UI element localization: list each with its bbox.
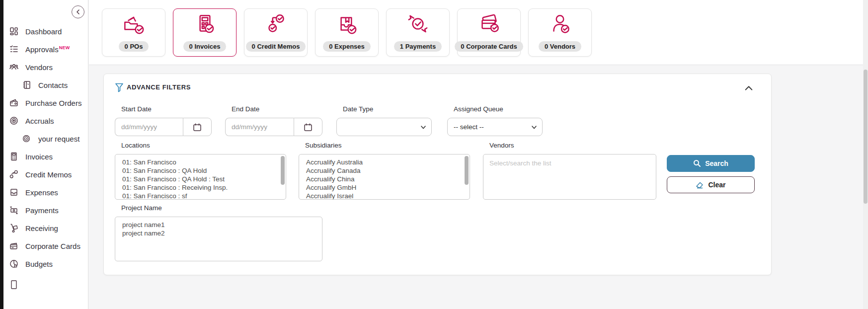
clear-button-label: Clear	[708, 181, 725, 189]
end-date-calendar-button[interactable]	[294, 118, 322, 136]
sidebar-item-label: Accruals	[25, 117, 54, 125]
project-option[interactable]: project name1	[115, 221, 322, 229]
date-type-select[interactable]	[336, 118, 432, 136]
page-scrollbar[interactable]	[863, 0, 868, 309]
project-name-label: Project Name	[121, 204, 162, 212]
sidebar-collapse-button[interactable]	[72, 5, 84, 18]
calendar-icon	[192, 122, 202, 132]
card-label: 0 Invoices	[183, 41, 227, 52]
vendors-icon	[9, 62, 19, 72]
start-date-group	[115, 118, 212, 136]
sidebar-item-label: ApprovalsNEW	[25, 45, 70, 54]
card-label: 0 Expenses	[323, 41, 371, 52]
chevron-left-icon	[75, 9, 81, 15]
sidebar: Dashboard ApprovalsNEW Vendors Contacts …	[0, 0, 88, 309]
corporate-cards-card-icon	[475, 13, 502, 39]
sidebar-item-dashboard[interactable]: Dashboard	[0, 22, 88, 40]
vendors-card-icon	[547, 13, 573, 39]
expenses-card-icon	[333, 13, 360, 39]
sidebar-item-purchase-orders[interactable]: Purchase Orders	[0, 94, 88, 112]
payments-icon	[9, 205, 19, 215]
subsidiaries-scrollbar[interactable]	[465, 156, 469, 185]
sidebar-item-label: Receiving	[25, 224, 58, 232]
card-label: 0 POs	[119, 41, 149, 52]
assigned-queue-select[interactable]: -- select --	[447, 118, 543, 136]
chevron-down-icon	[531, 124, 537, 132]
location-option[interactable]: 01: San Francisco	[115, 158, 286, 166]
page-scrollbar-thumb[interactable]	[864, 70, 868, 204]
corporate-cards-icon	[9, 241, 19, 251]
budgets-icon	[9, 259, 19, 269]
contacts-icon	[22, 80, 32, 90]
location-option[interactable]: 01: San Francisco : QA Hold : Test	[115, 175, 286, 183]
sidebar-item-your-request[interactable]: your request	[0, 130, 88, 148]
card-expenses[interactable]: 0 Expenses	[315, 8, 379, 57]
sidebar-item-payments[interactable]: Payments	[0, 201, 88, 219]
panel-collapse-button[interactable]	[743, 82, 755, 94]
locations-listbox[interactable]: 01: San Francisco 01: San Francisco : QA…	[115, 154, 286, 200]
card-corporate-cards[interactable]: 0 Corporate Cards	[457, 8, 521, 57]
card-label: 0 Credit Memos	[246, 41, 306, 52]
subsidiary-option[interactable]: Accrualify Canada	[299, 166, 470, 175]
sidebar-item-approvals[interactable]: ApprovalsNEW	[0, 40, 88, 58]
card-vendors[interactable]: 0 Vendors	[528, 8, 592, 57]
sidebar-item-credit-memos[interactable]: Credit Memos	[0, 165, 88, 183]
expenses-icon	[9, 187, 19, 197]
sidebar-item-expenses[interactable]: Expenses	[0, 183, 88, 201]
sidebar-item-label: Expenses	[25, 188, 58, 197]
card-pos[interactable]: 0 POs	[102, 8, 165, 57]
sidebar-item-partial[interactable]	[0, 273, 88, 291]
card-credit-memos[interactable]: 0 Credit Memos	[244, 8, 308, 57]
purchase-orders-icon	[9, 98, 19, 108]
subsidiary-option[interactable]: Accrualify China	[299, 175, 470, 183]
location-option[interactable]: 01: San Francisco : sf	[115, 192, 286, 200]
project-name-listbox[interactable]: project name1 project name2	[115, 217, 322, 261]
sidebar-item-label: Invoices	[25, 153, 53, 161]
subsidiary-option[interactable]: Accrualify Israel	[299, 192, 470, 200]
summary-cards-row: 0 POs 0 Invoices 0 Credit Memos 0 Expens…	[102, 8, 592, 57]
card-invoices[interactable]: 0 Invoices	[173, 8, 237, 57]
subsidiaries-listbox[interactable]: Accrualify Australia Accrualify Canada A…	[299, 154, 470, 200]
sidebar-item-label: your request	[38, 135, 79, 143]
search-button[interactable]: Search	[667, 155, 755, 172]
invoices-card-icon	[191, 13, 218, 39]
clear-button[interactable]: Clear	[667, 176, 755, 193]
filter-funnel-icon	[115, 82, 124, 94]
subsidiary-option[interactable]: Accrualify Australia	[299, 158, 470, 166]
subsidiaries-label: Subsidiaries	[305, 142, 342, 149]
date-type-label: Date Type	[343, 105, 373, 113]
location-option[interactable]: 01: San Francisco : QA Hold	[115, 166, 286, 175]
subsidiary-option[interactable]: Accrualify GmbH	[299, 183, 470, 192]
sidebar-item-label: Purchase Orders	[25, 99, 81, 107]
locations-scrollbar[interactable]	[281, 156, 285, 185]
sidebar-item-budgets[interactable]: Budgets	[0, 255, 88, 273]
end-date-label: End Date	[232, 105, 259, 113]
location-option[interactable]: 01: San Francisco : Receiving Insp.	[115, 183, 286, 192]
sidebar-item-contacts[interactable]: Contacts	[0, 76, 88, 94]
search-button-label: Search	[705, 159, 728, 167]
accrual-request-icon	[22, 134, 32, 144]
approvals-icon	[9, 44, 19, 54]
end-date-input[interactable]	[225, 118, 294, 136]
start-date-calendar-button[interactable]	[183, 118, 212, 136]
advance-filters-panel: ADVANCE FILTERS Start Date End Date Date…	[103, 74, 772, 275]
search-icon	[693, 159, 701, 167]
sidebar-item-corporate-cards[interactable]: Corporate Cards	[0, 237, 88, 255]
sidebar-item-vendors[interactable]: Vendors	[0, 58, 88, 76]
locations-label: Locations	[121, 142, 150, 149]
sidebar-item-receiving[interactable]: Receiving	[0, 219, 88, 237]
sidebar-item-label: Payments	[25, 206, 59, 215]
sidebar-item-label: Dashboard	[25, 27, 62, 36]
assigned-queue-label: Assigned Queue	[454, 105, 503, 113]
chevron-up-icon	[744, 84, 753, 91]
start-date-input[interactable]	[115, 118, 183, 136]
project-option[interactable]: project name2	[115, 229, 322, 237]
document-icon	[9, 280, 19, 290]
card-label: 0 Corporate Cards	[455, 41, 523, 52]
card-payments[interactable]: 1 Payments	[386, 8, 450, 57]
summary-strip: 0 POs 0 Invoices 0 Credit Memos 0 Expens…	[89, 0, 868, 65]
sidebar-item-invoices[interactable]: Invoices	[0, 148, 88, 165]
vendors-search-input[interactable]	[483, 154, 656, 200]
main-content: 0 POs 0 Invoices 0 Credit Memos 0 Expens…	[89, 0, 868, 309]
sidebar-item-accruals[interactable]: Accruals	[0, 112, 88, 130]
